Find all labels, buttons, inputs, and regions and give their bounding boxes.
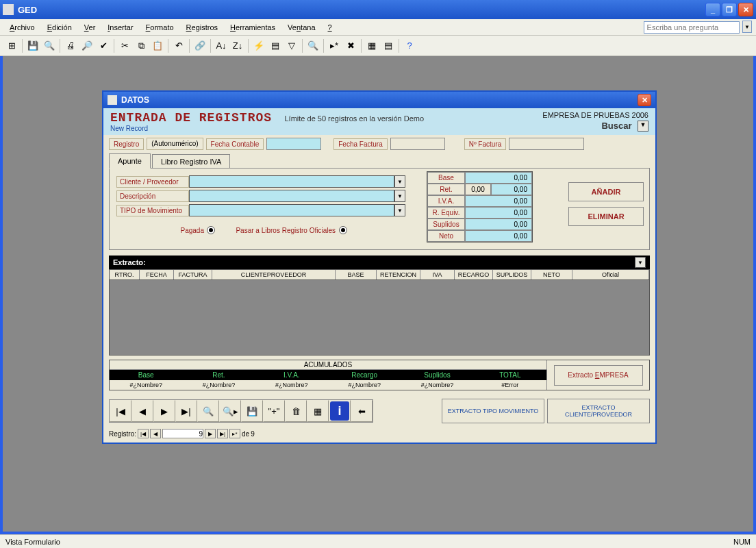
- preview-icon[interactable]: 🔎: [79, 38, 94, 53]
- descripcion-input[interactable]: [189, 190, 394, 202]
- menu-help[interactable]: ?: [323, 21, 338, 34]
- col-rtro[interactable]: RTRO.: [110, 270, 140, 279]
- sort-desc-icon[interactable]: Z↓: [230, 38, 245, 53]
- recnav-new[interactable]: ▸*: [229, 429, 240, 438]
- eliminar-button[interactable]: ELIMINAR: [568, 207, 644, 226]
- minimize-button[interactable]: _: [705, 3, 720, 16]
- sort-asc-icon[interactable]: A↓: [214, 38, 229, 53]
- extracto-cliente-button[interactable]: EXTRACTO CLIENTE/PROVEEDOR: [547, 399, 650, 423]
- suplidos-value[interactable]: 0,00: [465, 219, 532, 230]
- recnav-first[interactable]: |◀: [138, 429, 149, 438]
- col-retencion[interactable]: RETENCION: [377, 270, 420, 279]
- close-button[interactable]: ✕: [738, 3, 753, 16]
- filter-sel-icon[interactable]: ⚡: [251, 38, 266, 53]
- ret-pct[interactable]: 0,00: [465, 184, 491, 195]
- cliente-input[interactable]: [189, 175, 394, 188]
- db-window-icon[interactable]: ▦: [364, 38, 379, 53]
- excel-icon[interactable]: ▦: [307, 400, 329, 422]
- col-cliente[interactable]: CLIENTEPROVEEDOR: [212, 270, 336, 279]
- next-record-icon[interactable]: ▶: [153, 400, 175, 422]
- find-next-icon[interactable]: 🔍▸: [219, 400, 241, 422]
- acumulados-title: ACUMULADOS: [110, 360, 546, 370]
- menu-ver[interactable]: Ver: [79, 21, 101, 34]
- recnav-next[interactable]: ▶: [205, 429, 216, 438]
- col-neto[interactable]: NETO: [531, 270, 572, 279]
- menu-ventana[interactable]: Ventana: [282, 21, 320, 34]
- tab-apunte[interactable]: Apunte: [109, 153, 151, 169]
- filter-toggle-icon[interactable]: ▽: [284, 38, 299, 53]
- extracto-tipo-button[interactable]: EXTRACTO TIPO MOVIMIENTO: [442, 399, 544, 423]
- delete-icon[interactable]: 🗑: [285, 400, 307, 422]
- new-object-icon[interactable]: ▤: [381, 38, 396, 53]
- buscar-dropdown[interactable]: ▼: [638, 121, 648, 132]
- fecha-contable-input[interactable]: [266, 138, 321, 150]
- pasar-radio[interactable]: [339, 226, 347, 234]
- prev-record-icon[interactable]: ◀: [131, 400, 153, 422]
- print-icon[interactable]: 🖨: [63, 38, 78, 53]
- col-suplidos[interactable]: SUPLIDOS: [493, 270, 531, 279]
- last-record-icon[interactable]: ▶|: [175, 400, 197, 422]
- menu-edicion[interactable]: Edición: [42, 21, 77, 34]
- spellcheck-icon[interactable]: ✔: [96, 38, 111, 53]
- tipo-mov-dropdown[interactable]: ▼: [394, 204, 405, 216]
- col-factura[interactable]: FACTURA: [174, 270, 212, 279]
- base-value[interactable]: 0,00: [465, 172, 532, 184]
- extracto-empresa-button[interactable]: Extracto EMPRESA: [554, 365, 643, 386]
- delete-record-icon[interactable]: ✖: [343, 38, 358, 53]
- filter-form-icon[interactable]: ▤: [268, 38, 283, 53]
- neto-label: Neto: [427, 230, 465, 242]
- menu-herramientas[interactable]: Herramientas: [225, 21, 281, 34]
- new-record-icon[interactable]: ▸*: [327, 38, 342, 53]
- save-icon-2[interactable]: 💾: [241, 400, 263, 422]
- grid-body[interactable]: [109, 280, 650, 356]
- pagada-radio[interactable]: [207, 226, 215, 234]
- undo-icon[interactable]: ↶: [171, 38, 186, 53]
- fecha-factura-label: Fecha Factura: [333, 138, 387, 150]
- menu-archivo[interactable]: Archivo: [4, 21, 40, 34]
- help-search-input[interactable]: [644, 21, 740, 34]
- view-icon[interactable]: ⊞: [4, 38, 19, 53]
- col-oficial[interactable]: Oficial: [572, 270, 649, 279]
- neto-value[interactable]: 0,00: [465, 230, 532, 242]
- paste-icon[interactable]: 📋: [150, 38, 165, 53]
- info-icon[interactable]: i: [329, 400, 351, 422]
- tab-libro-registro-iva[interactable]: Libro Registro IVA: [152, 154, 230, 169]
- link-icon[interactable]: 🔗: [192, 38, 207, 53]
- recnav-prev[interactable]: ◀: [150, 429, 161, 438]
- first-record-icon[interactable]: |◀: [110, 400, 131, 422]
- recnav-current[interactable]: [162, 429, 203, 438]
- tab-body: Cliente / Proveedor ▼ Descripción ▼ TIPO…: [109, 168, 650, 250]
- copy-icon[interactable]: ⧉: [134, 38, 149, 53]
- maximize-button[interactable]: ❐: [722, 3, 737, 16]
- n-factura-input[interactable]: [509, 138, 584, 150]
- find-icon[interactable]: 🔍: [305, 38, 320, 53]
- requiv-value[interactable]: 0,00: [465, 207, 532, 219]
- col-base[interactable]: BASE: [336, 270, 377, 279]
- help-icon[interactable]: ?: [402, 38, 417, 53]
- find-icon-2[interactable]: 🔍: [197, 400, 219, 422]
- menubar: Archivo Edición Ver Insertar Formato Reg…: [0, 19, 756, 36]
- exit-icon[interactable]: ⬅: [351, 400, 373, 422]
- extracto-dropdown[interactable]: ▼: [635, 257, 646, 268]
- fecha-factura-input[interactable]: [390, 138, 445, 150]
- menu-insertar[interactable]: Insertar: [102, 21, 138, 34]
- cliente-dropdown[interactable]: ▼: [394, 175, 405, 188]
- anadir-button[interactable]: AÑADIR: [568, 182, 644, 201]
- menu-formato[interactable]: Formato: [140, 21, 179, 34]
- col-fecha[interactable]: FECHA: [140, 270, 174, 279]
- iva-value[interactable]: 0,00: [465, 195, 532, 207]
- tipo-mov-input[interactable]: [189, 204, 394, 216]
- save-icon[interactable]: 💾: [25, 38, 40, 53]
- search-icon[interactable]: 🔍: [42, 38, 57, 53]
- cut-icon[interactable]: ✂: [117, 38, 132, 53]
- recnav-last[interactable]: ▶|: [217, 429, 228, 438]
- menu-registros[interactable]: Registros: [181, 21, 223, 34]
- add-icon[interactable]: "+": [263, 400, 285, 422]
- col-iva[interactable]: IVA: [420, 270, 455, 279]
- descripcion-dropdown[interactable]: ▼: [394, 190, 405, 202]
- help-dropdown[interactable]: ▼: [742, 21, 752, 33]
- pasar-label: Pasar a Libros Registro Oficiales: [236, 227, 336, 234]
- datos-close-button[interactable]: ✕: [638, 94, 651, 106]
- col-recargo[interactable]: RECARGO: [455, 270, 493, 279]
- ret-value[interactable]: 0,00: [491, 184, 532, 195]
